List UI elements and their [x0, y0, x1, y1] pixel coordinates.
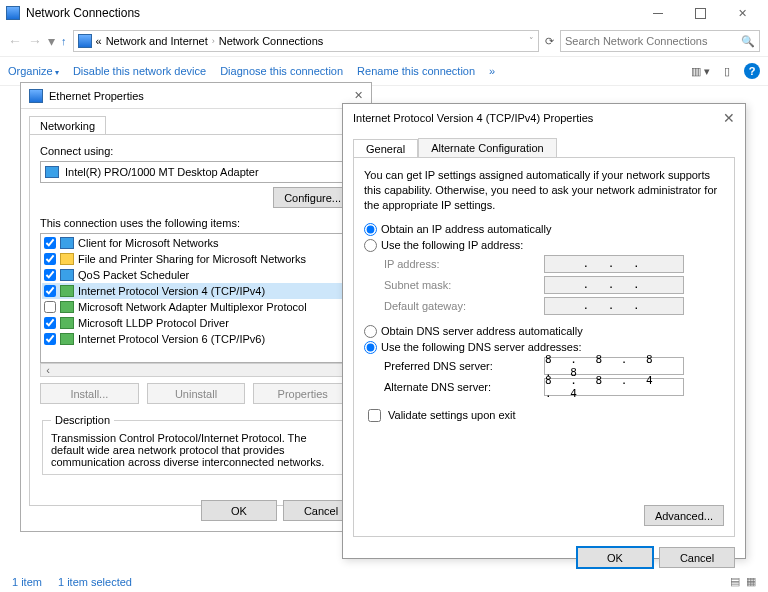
preferred-dns-label: Preferred DNS server: [384, 360, 544, 372]
search-placeholder: Search Network Connections [565, 35, 707, 47]
radio-auto-dns[interactable]: Obtain DNS server address automatically [364, 325, 724, 338]
address-bar[interactable]: « Network and Internet › Network Connect… [73, 30, 540, 52]
radio-manual-ip-input[interactable] [364, 239, 377, 252]
icons-view-icon[interactable]: ▦ [746, 575, 756, 588]
components-list[interactable]: Client for Microsoft NetworksFile and Pr… [40, 233, 352, 363]
validate-checkbox-input[interactable] [368, 409, 381, 422]
description-header: Description [51, 414, 114, 426]
description-text: Transmission Control Protocol/Internet P… [51, 432, 341, 468]
list-item[interactable]: Microsoft Network Adapter Multiplexor Pr… [42, 299, 350, 315]
list-item[interactable]: Internet Protocol Version 6 (TCP/IPv6) [42, 331, 350, 347]
radio-auto-dns-label: Obtain DNS server address automatically [381, 325, 583, 337]
horizontal-scrollbar[interactable]: ‹ › [40, 363, 352, 377]
component-icon [60, 333, 74, 345]
adapter-icon [45, 166, 59, 178]
install-button[interactable]: Install... [40, 383, 139, 404]
advanced-button[interactable]: Advanced... [644, 505, 724, 526]
ok-button[interactable]: OK [201, 500, 277, 521]
address-dropdown-icon[interactable]: ˅ [529, 36, 534, 46]
alternate-dns-field[interactable]: 8 . 8 . 4 . 4 [544, 378, 684, 396]
radio-auto-dns-input[interactable] [364, 325, 377, 338]
nav-row: ← → ▾ ↑ « Network and Internet › Network… [0, 26, 768, 56]
address-prefix: « [96, 35, 102, 47]
status-item-count: 1 item [12, 576, 42, 588]
status-bar: 1 item 1 item selected [12, 576, 132, 588]
properties-button[interactable]: Properties [253, 383, 352, 404]
refresh-button[interactable]: ⟳ [545, 35, 554, 48]
chevron-right-icon[interactable]: › [212, 36, 215, 46]
connect-using-label: Connect using: [40, 145, 352, 157]
uninstall-button[interactable]: Uninstall [147, 383, 246, 404]
address-icon [78, 34, 92, 48]
component-icon [60, 285, 74, 297]
component-checkbox[interactable] [44, 333, 56, 345]
radio-manual-ip-label: Use the following IP address: [381, 239, 523, 251]
component-checkbox[interactable] [44, 237, 56, 249]
radio-auto-ip-label: Obtain an IP address automatically [381, 223, 551, 235]
component-label: File and Printer Sharing for Microsoft N… [78, 253, 306, 265]
component-checkbox[interactable] [44, 301, 56, 313]
preview-pane-icon[interactable]: ▯ [724, 65, 730, 78]
radio-manual-dns-label: Use the following DNS server addresses: [381, 341, 582, 353]
component-icon [60, 269, 74, 281]
ok-button[interactable]: OK [577, 547, 653, 568]
ip-address-field: . . . [544, 255, 684, 273]
preferred-dns-field[interactable]: 8 . 8 . 8 . 8 [544, 357, 684, 375]
ethernet-icon [29, 89, 43, 103]
radio-manual-ip[interactable]: Use the following IP address: [364, 239, 724, 252]
minimize-button[interactable] [638, 3, 678, 23]
configure-button[interactable]: Configure... [273, 187, 352, 208]
maximize-button[interactable] [680, 3, 720, 23]
subnet-field: . . . [544, 276, 684, 294]
ethernet-properties-dialog: Ethernet Properties ✕ Networking Connect… [20, 82, 372, 532]
tab-general[interactable]: General [353, 139, 418, 158]
component-label: Microsoft Network Adapter Multiplexor Pr… [78, 301, 307, 313]
view-layout-icon[interactable]: ▥ ▾ [691, 65, 710, 78]
up-button[interactable]: ↑ [61, 35, 67, 47]
scroll-left-icon[interactable]: ‹ [41, 364, 55, 376]
radio-auto-ip-input[interactable] [364, 223, 377, 236]
tab-alternate-config[interactable]: Alternate Configuration [418, 138, 557, 157]
cancel-button[interactable]: Cancel [659, 547, 735, 568]
list-item[interactable]: Client for Microsoft Networks [42, 235, 350, 251]
component-checkbox[interactable] [44, 269, 56, 281]
description-group: Description Transmission Control Protoco… [42, 414, 350, 475]
back-button[interactable]: ← [8, 33, 22, 49]
list-item[interactable]: QoS Packet Scheduler [42, 267, 350, 283]
forward-button[interactable]: → [28, 33, 42, 49]
breadcrumb-seg-2[interactable]: Network Connections [219, 35, 324, 47]
list-item[interactable]: File and Printer Sharing for Microsoft N… [42, 251, 350, 267]
disable-device-cmd[interactable]: Disable this network device [73, 65, 206, 77]
help-button[interactable]: ? [744, 63, 760, 79]
radio-auto-ip[interactable]: Obtain an IP address automatically [364, 223, 724, 236]
close-icon[interactable]: ✕ [723, 110, 735, 126]
more-cmds[interactable]: » [489, 65, 495, 77]
search-input[interactable]: Search Network Connections 🔍 [560, 30, 760, 52]
validate-checkbox[interactable]: Validate settings upon exit [364, 406, 724, 425]
close-icon[interactable]: ✕ [354, 89, 363, 102]
subnet-label: Subnet mask: [384, 279, 544, 291]
radio-manual-dns-input[interactable] [364, 341, 377, 354]
adapter-box[interactable]: Intel(R) PRO/1000 MT Desktop Adapter [40, 161, 352, 183]
organize-menu[interactable]: Organize [8, 65, 59, 77]
close-button[interactable] [722, 3, 762, 23]
list-item[interactable]: Microsoft LLDP Protocol Driver [42, 315, 350, 331]
search-icon: 🔍 [741, 35, 755, 48]
component-checkbox[interactable] [44, 253, 56, 265]
component-checkbox[interactable] [44, 317, 56, 329]
alternate-dns-label: Alternate DNS server: [384, 381, 544, 393]
history-dropdown[interactable]: ▾ [48, 33, 55, 49]
component-checkbox[interactable] [44, 285, 56, 297]
diagnose-cmd[interactable]: Diagnose this connection [220, 65, 343, 77]
ipv4-dialog-titlebar: Internet Protocol Version 4 (TCP/IPv4) P… [343, 104, 745, 132]
rename-cmd[interactable]: Rename this connection [357, 65, 475, 77]
breadcrumb-seg-1[interactable]: Network and Internet [106, 35, 208, 47]
ethernet-dialog-title: Ethernet Properties [49, 90, 144, 102]
uses-items-label: This connection uses the following items… [40, 217, 352, 229]
gateway-label: Default gateway: [384, 300, 544, 312]
status-selected-count: 1 item selected [58, 576, 132, 588]
component-icon [60, 253, 74, 265]
tab-networking[interactable]: Networking [29, 116, 106, 135]
list-item[interactable]: Internet Protocol Version 4 (TCP/IPv4) [42, 283, 350, 299]
component-icon [60, 237, 74, 249]
